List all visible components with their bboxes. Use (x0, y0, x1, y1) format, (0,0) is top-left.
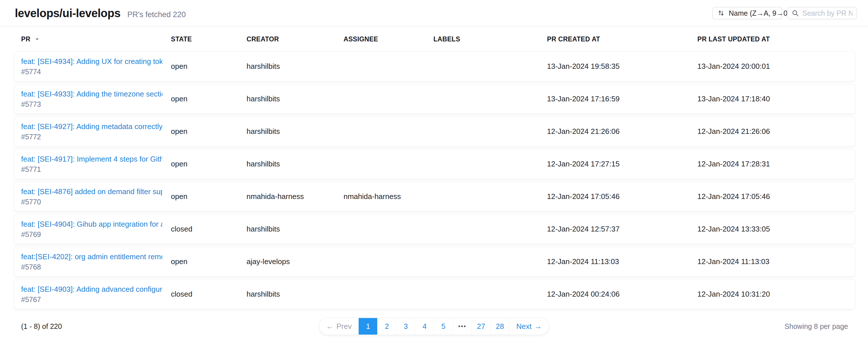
pr-number: #5768 (21, 263, 162, 271)
pr-title-link[interactable]: feat: [SEI-4933]: Adding the timezone se… (21, 90, 162, 98)
header-controls: Name (Z→A, 9→0) (712, 7, 857, 20)
created-at-cell: 13-Jan-2024 17:16:59 (547, 94, 698, 103)
updated-at-cell: 13-Jan-2024 17:18:40 (698, 94, 855, 103)
assignee-cell: nmahida-harness (344, 192, 433, 201)
title-wrap: levelops/ui-levelops PR's fetched 220 (15, 7, 186, 20)
created-at-cell: 12-Jan-2024 11:13:03 (547, 257, 698, 266)
pr-title-link[interactable]: feat: [SEI-4876] added on demand filter … (21, 187, 162, 196)
page-button-4[interactable]: 4 (415, 318, 434, 335)
updated-at-cell: 12-Jan-2024 21:26:06 (698, 127, 855, 136)
pr-cell: feat: [SEI-4917]: Implement 4 steps for … (21, 155, 171, 174)
table-row: feat:[SEI-4202]: org admin entitlement r… (14, 247, 855, 276)
pr-number: #5767 (21, 295, 162, 304)
table-row: feat: [SEI-4933]: Adding the timezone se… (14, 84, 855, 114)
pr-number: #5774 (21, 68, 162, 76)
page-button-2[interactable]: 2 (377, 318, 396, 335)
column-header-state: STATE (171, 35, 247, 43)
creator-cell: harshilbits (247, 127, 344, 136)
column-header-pr-label: PR (21, 35, 31, 43)
state-cell: open (171, 257, 247, 266)
column-header-assignee: ASSIGNEE (344, 35, 433, 43)
state-cell: closed (171, 225, 247, 233)
page-ellipsis-button[interactable]: ••• (453, 318, 472, 335)
created-at-cell: 12-Jan-2024 17:05:46 (547, 192, 698, 201)
caret-down-icon (34, 36, 40, 42)
creator-cell: nmahida-harness (247, 192, 344, 201)
pr-title-link[interactable]: feat: [SEI-4904]: Gihub app integration … (21, 220, 162, 229)
created-at-cell: 13-Jan-2024 19:58:35 (547, 62, 698, 71)
state-cell: open (171, 62, 247, 71)
pr-title-link[interactable]: feat: [SEI-4903]: Adding advanced config… (21, 285, 162, 294)
page-button-1[interactable]: 1 (359, 318, 377, 335)
creator-cell: harshilbits (247, 225, 344, 233)
creator-cell: ajay-levelops (247, 257, 344, 266)
pr-fetched-count: PR's fetched 220 (127, 10, 186, 19)
pr-number: #5771 (21, 165, 162, 174)
footer-bar: (1 - 8) of 220 ← Prev 1 2 3 4 5 ••• 27 2… (0, 317, 868, 335)
prev-page-button[interactable]: ← Prev (319, 318, 359, 335)
page-button-27[interactable]: 27 (472, 318, 491, 335)
table-row: feat: [SEI-4904]: Gihub app integration … (14, 214, 855, 244)
state-cell: open (171, 127, 247, 136)
pr-cell: feat: [SEI-4903]: Adding advanced config… (21, 285, 171, 304)
page-button-3[interactable]: 3 (396, 318, 415, 335)
table-row: feat: [SEI-4934]: Adding UX for creating… (14, 52, 855, 81)
creator-cell: harshilbits (247, 62, 344, 71)
state-cell: open (171, 192, 247, 201)
pr-number: #5769 (21, 230, 162, 239)
pr-cell: feat: [SEI-4927]: Adding metadata correc… (21, 122, 171, 141)
page-button-5[interactable]: 5 (434, 318, 453, 335)
column-header-labels: LABELS (433, 35, 547, 43)
pr-number: #5773 (21, 100, 162, 109)
prev-label: Prev (336, 322, 351, 331)
pr-cell: feat: [SEI-4876] added on demand filter … (21, 187, 171, 206)
created-at-cell: 12-Jan-2024 17:27:15 (547, 160, 698, 168)
table-row: feat: [SEI-4917]: Implement 4 steps for … (14, 149, 855, 179)
sort-arrows-icon (717, 9, 725, 17)
sort-dropdown[interactable]: Name (Z→A, 9→0) (712, 7, 782, 20)
page-header: levelops/ui-levelops PR's fetched 220 Na… (0, 0, 868, 27)
updated-at-cell: 12-Jan-2024 11:13:03 (698, 257, 855, 266)
state-cell: open (171, 94, 247, 103)
table-row: feat: [SEI-4876] added on demand filter … (14, 182, 855, 211)
arrow-right-icon: → (534, 322, 542, 331)
creator-cell: harshilbits (247, 160, 344, 168)
search-box[interactable] (787, 7, 857, 20)
creator-cell: harshilbits (247, 290, 344, 298)
created-at-cell: 12-Jan-2024 21:26:06 (547, 127, 698, 136)
created-at-cell: 12-Jan-2024 00:24:06 (547, 290, 698, 298)
column-header-creator: CREATOR (247, 35, 344, 43)
sort-selected-value: Name (Z→A, 9→0) (729, 9, 790, 18)
next-label: Next (517, 322, 532, 331)
result-range-text: (1 - 8) of 220 (21, 322, 62, 330)
pr-number: #5770 (21, 198, 162, 206)
pr-number: #5772 (21, 133, 162, 141)
pr-list: feat: [SEI-4934]: Adding UX for creating… (14, 52, 855, 309)
creator-cell: harshilbits (247, 94, 344, 103)
column-header-pr[interactable]: PR (21, 35, 171, 43)
per-page-text: Showing 8 per page (785, 322, 848, 330)
table-header-row: PR STATE CREATOR ASSIGNEE LABELS PR CREA… (14, 27, 855, 52)
page-title: levelops/ui-levelops (15, 7, 120, 20)
pr-title-link[interactable]: feat:[SEI-4202]: org admin entitlement r… (21, 252, 162, 261)
updated-at-cell: 12-Jan-2024 10:31:20 (698, 290, 855, 298)
pr-cell: feat: [SEI-4934]: Adding UX for creating… (21, 57, 171, 76)
page-button-28[interactable]: 28 (491, 318, 509, 335)
next-page-button[interactable]: Next → (509, 318, 549, 335)
created-at-cell: 12-Jan-2024 12:57:37 (547, 225, 698, 233)
table-row: feat: [SEI-4903]: Adding advanced config… (14, 280, 855, 309)
pr-cell: feat:[SEI-4202]: org admin entitlement r… (21, 252, 171, 271)
search-icon (792, 9, 799, 17)
arrow-left-icon: ← (326, 322, 334, 331)
updated-at-cell: 12-Jan-2024 17:05:46 (698, 192, 855, 201)
state-cell: closed (171, 290, 247, 298)
pagination: ← Prev 1 2 3 4 5 ••• 27 28 Next → (319, 318, 549, 335)
pr-title-link[interactable]: feat: [SEI-4917]: Implement 4 steps for … (21, 155, 162, 164)
pr-title-link[interactable]: feat: [SEI-4934]: Adding UX for creating… (21, 57, 162, 66)
search-input[interactable] (802, 9, 852, 18)
column-header-updated-at: PR LAST UPDATED AT (698, 35, 855, 43)
updated-at-cell: 12-Jan-2024 17:28:31 (698, 160, 855, 168)
column-header-created-at: PR CREATED AT (547, 35, 698, 43)
pr-cell: feat: [SEI-4904]: Gihub app integration … (21, 220, 171, 239)
pr-title-link[interactable]: feat: [SEI-4927]: Adding metadata correc… (21, 122, 162, 131)
